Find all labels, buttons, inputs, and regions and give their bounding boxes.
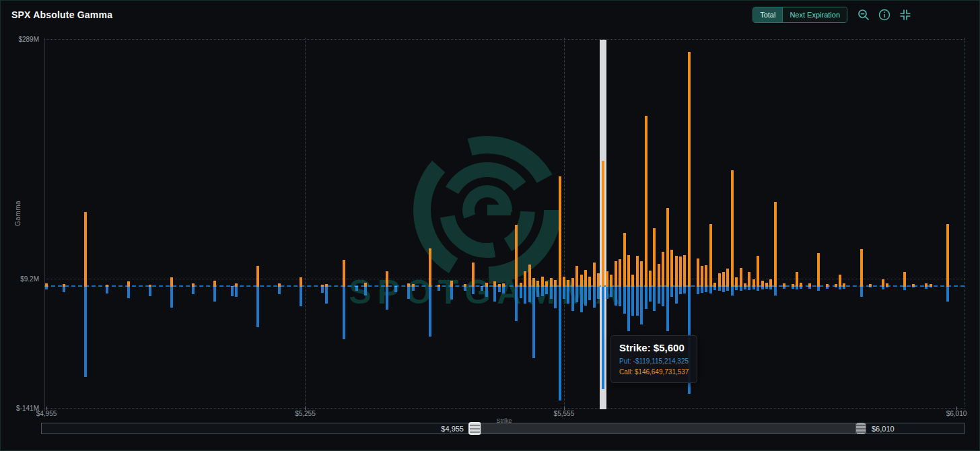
put-bar[interactable] — [584, 287, 587, 306]
put-bar[interactable] — [800, 287, 802, 289]
put-bar[interactable] — [575, 287, 578, 302]
call-bar[interactable] — [580, 275, 583, 287]
put-bar[interactable] — [412, 287, 415, 291]
put-bar[interactable] — [860, 287, 863, 297]
put-bar[interactable] — [718, 287, 721, 291]
put-bar[interactable] — [683, 287, 686, 293]
put-bar[interactable] — [925, 287, 928, 289]
put-bar[interactable] — [645, 287, 648, 309]
put-bar[interactable] — [886, 287, 888, 287]
call-bar[interactable] — [563, 277, 565, 287]
put-bar[interactable] — [826, 287, 829, 289]
info-icon[interactable] — [878, 8, 891, 22]
put-bar[interactable] — [394, 287, 397, 292]
call-bar[interactable] — [545, 281, 548, 287]
put-bar[interactable] — [726, 287, 729, 291]
put-bar[interactable] — [545, 287, 548, 294]
put-bar[interactable] — [757, 287, 759, 291]
put-bar[interactable] — [554, 287, 557, 308]
put-bar[interactable] — [792, 287, 794, 289]
put-bar[interactable] — [903, 287, 906, 290]
put-bar[interactable] — [713, 287, 716, 290]
call-bar[interactable] — [679, 256, 682, 287]
put-bar[interactable] — [588, 287, 591, 300]
put-bar[interactable] — [835, 287, 837, 287]
put-bar[interactable] — [783, 287, 785, 289]
call-bar[interactable] — [860, 249, 863, 287]
put-bar[interactable] — [623, 287, 626, 314]
put-bar[interactable] — [765, 287, 768, 289]
put-bar[interactable] — [722, 287, 725, 292]
put-bar[interactable] — [597, 287, 600, 299]
put-bar[interactable] — [106, 287, 108, 293]
call-bar[interactable] — [753, 279, 755, 287]
call-bar[interactable] — [697, 258, 699, 287]
put-bar[interactable] — [580, 287, 583, 312]
put-bar[interactable] — [536, 287, 539, 297]
call-bar[interactable] — [769, 279, 772, 287]
call-bar[interactable] — [748, 272, 750, 287]
put-bar[interactable] — [520, 287, 522, 298]
put-bar[interactable] — [438, 287, 440, 291]
call-bar[interactable] — [903, 272, 906, 287]
call-bar[interactable] — [722, 272, 725, 287]
call-bar[interactable] — [615, 261, 617, 287]
call-bar[interactable] — [554, 280, 557, 287]
put-bar[interactable] — [493, 287, 496, 302]
call-bar[interactable] — [675, 256, 678, 287]
call-bar[interactable] — [796, 272, 798, 287]
call-bar[interactable] — [761, 281, 764, 287]
call-bar[interactable] — [571, 278, 574, 287]
put-bar[interactable] — [300, 287, 302, 306]
put-bar[interactable] — [640, 287, 643, 324]
call-bar[interactable] — [588, 277, 591, 287]
call-bar[interactable] — [662, 252, 664, 287]
put-bar[interactable] — [571, 287, 574, 311]
gamma-chart-plot-area[interactable]: SPOTGAMMA Gamma Strike $289M$9.2M$-141M$… — [1, 1, 979, 450]
call-bar[interactable] — [597, 273, 600, 287]
put-bar[interactable] — [675, 287, 678, 304]
call-bar[interactable] — [84, 212, 87, 287]
put-bar[interactable] — [235, 287, 238, 297]
put-bar[interactable] — [325, 287, 328, 304]
call-bar[interactable] — [559, 176, 561, 287]
put-bar[interactable] — [567, 287, 569, 304]
put-bar[interactable] — [666, 287, 669, 331]
call-bar[interactable] — [631, 275, 634, 287]
put-bar[interactable] — [593, 287, 596, 308]
call-bar[interactable] — [127, 281, 130, 287]
slider-right-handle[interactable] — [856, 423, 866, 434]
call-bar[interactable] — [649, 271, 652, 287]
put-bar[interactable] — [636, 287, 639, 316]
call-bar[interactable] — [541, 277, 544, 287]
put-bar[interactable] — [631, 287, 634, 316]
slider-right-track[interactable]: $6,010 — [866, 423, 965, 434]
put-bar[interactable] — [606, 287, 608, 299]
put-bar[interactable] — [839, 287, 841, 289]
put-bar[interactable] — [343, 287, 345, 339]
call-bar[interactable] — [528, 265, 531, 287]
put-bar[interactable] — [149, 287, 151, 296]
put-bar[interactable] — [450, 287, 453, 300]
put-bar[interactable] — [498, 287, 501, 292]
put-bar[interactable] — [653, 287, 656, 311]
put-bar[interactable] — [429, 287, 431, 337]
call-bar[interactable] — [429, 248, 431, 287]
put-bar[interactable] — [364, 287, 367, 296]
call-bar[interactable] — [839, 275, 841, 287]
put-bar[interactable] — [817, 287, 820, 291]
put-bar[interactable] — [213, 287, 216, 302]
put-bar[interactable] — [735, 287, 738, 290]
call-bar[interactable] — [645, 116, 648, 287]
call-bar[interactable] — [701, 266, 703, 287]
call-bar[interactable] — [472, 263, 475, 287]
call-bar[interactable] — [536, 281, 539, 287]
put-bar[interactable] — [627, 287, 630, 331]
put-bar[interactable] — [321, 287, 324, 293]
call-bar[interactable] — [666, 208, 669, 287]
call-bar[interactable] — [300, 277, 302, 287]
strike-range-slider[interactable]: $4,955 $6,010 — [41, 423, 965, 434]
call-bar[interactable] — [602, 161, 604, 287]
put-bar[interactable] — [679, 287, 682, 294]
put-bar[interactable] — [912, 287, 915, 287]
